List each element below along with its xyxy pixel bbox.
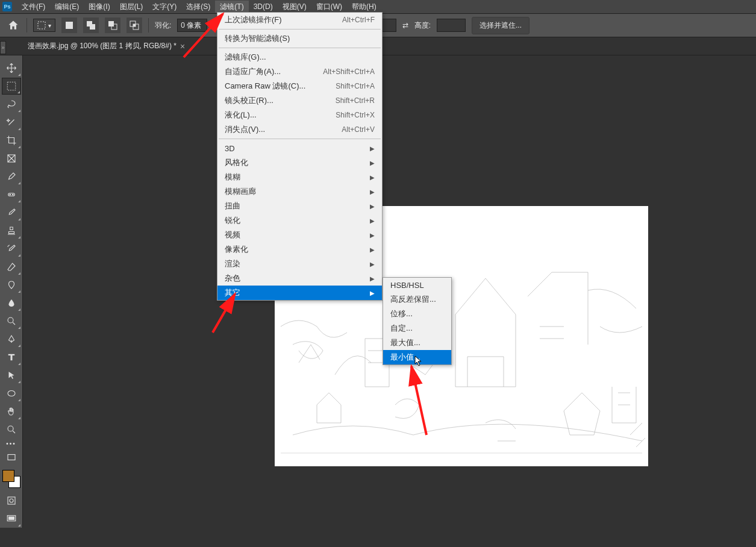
rect-tool-extra[interactable] xyxy=(2,449,21,466)
selection-add[interactable] xyxy=(83,17,99,33)
filter-menu-item[interactable]: 像素化▶ xyxy=(217,242,382,257)
path-select-tool[interactable] xyxy=(2,367,21,384)
svg-point-16 xyxy=(8,426,13,431)
height-input[interactable] xyxy=(437,19,466,32)
brush-tool[interactable] xyxy=(2,204,21,221)
filter-menu-item[interactable]: 渲染▶ xyxy=(217,257,382,271)
feather-label: 羽化: xyxy=(155,20,171,31)
history-brush-tool[interactable] xyxy=(2,240,21,257)
lasso-tool[interactable] xyxy=(2,96,21,113)
filter-menu-item[interactable]: 风格化▶ xyxy=(217,155,382,170)
eyedropper-tool[interactable] xyxy=(2,168,21,185)
filter-menu-item[interactable]: 镜头校正(R)...Shift+Ctrl+R xyxy=(217,93,382,108)
menu-view[interactable]: 视图(V) xyxy=(278,1,311,13)
filter-menu-item[interactable]: 模糊画廊▶ xyxy=(217,184,382,199)
type-tool[interactable] xyxy=(2,349,21,366)
filter-menu-item[interactable]: 上次滤镜操作(F)Alt+Ctrl+F xyxy=(217,13,382,27)
stamp-tool[interactable] xyxy=(2,222,21,239)
filter-menu-item[interactable]: Camera Raw 滤镜(C)...Shift+Ctrl+A xyxy=(217,79,382,93)
filter-menu-item[interactable]: 视频▶ xyxy=(217,228,382,242)
cursor-icon xyxy=(414,355,423,366)
menu-3d[interactable]: 3D(D) xyxy=(249,1,278,13)
hand-tool[interactable] xyxy=(2,403,21,420)
svg-rect-17 xyxy=(8,455,15,460)
toolbox-handle[interactable]: » xyxy=(0,41,6,54)
svg-rect-21 xyxy=(8,517,14,520)
svg-rect-1 xyxy=(66,22,73,29)
arrow-annotation-3 xyxy=(402,361,433,440)
app-icon: Ps xyxy=(2,2,12,11)
home-button[interactable] xyxy=(6,18,20,33)
marquee-tool[interactable] xyxy=(2,78,21,95)
selection-new[interactable] xyxy=(61,17,77,33)
filter-menu-item[interactable]: 锐化▶ xyxy=(217,213,382,228)
filter-menu-item[interactable]: 3D▶ xyxy=(217,141,382,155)
svg-point-14 xyxy=(8,317,13,323)
filter-menu-item[interactable]: 杂色▶ xyxy=(217,271,382,286)
screenmode-toggle[interactable] xyxy=(2,510,21,527)
quickmask-toggle[interactable] xyxy=(2,492,21,509)
frame-tool[interactable] xyxy=(2,150,21,167)
svg-rect-3 xyxy=(90,24,95,30)
blur-tool[interactable] xyxy=(2,295,21,311)
submenu-item[interactable]: 自定... xyxy=(383,321,451,336)
document-tab[interactable]: 漫画效果.jpg @ 100% (图层 1 拷贝, RGB/8#) * × xyxy=(23,40,190,53)
filter-menu-item[interactable]: 模糊▶ xyxy=(217,170,382,184)
svg-line-24 xyxy=(411,366,426,435)
svg-rect-8 xyxy=(133,24,136,27)
arrow-annotation-2 xyxy=(208,289,244,337)
fg-color[interactable] xyxy=(2,470,14,482)
submenu-item[interactable]: 高反差保留... xyxy=(383,292,451,307)
svg-line-22 xyxy=(184,14,223,57)
svg-point-12 xyxy=(10,194,11,195)
menu-window[interactable]: 窗口(W) xyxy=(311,1,347,13)
menu-image[interactable]: 图像(I) xyxy=(84,1,114,13)
menu-type[interactable]: 文字(Y) xyxy=(148,1,181,13)
crop-tool[interactable] xyxy=(2,132,21,149)
svg-rect-11 xyxy=(8,193,14,196)
other-submenu: HSB/HSL高反差保留...位移...自定...最大值...最小值... xyxy=(383,277,452,365)
separator xyxy=(27,18,27,33)
shape-tool[interactable] xyxy=(2,385,21,402)
height-label: 高度: xyxy=(414,20,431,31)
menu-edit[interactable]: 编辑(E) xyxy=(50,1,84,13)
filter-menu-item[interactable]: 自适应广角(A)...Alt+Shift+Ctrl+A xyxy=(217,64,382,79)
svg-line-23 xyxy=(213,294,235,333)
edit-toolbar[interactable]: ••• xyxy=(2,439,21,448)
svg-point-13 xyxy=(12,194,13,195)
toolbox: ••• xyxy=(0,55,23,528)
filter-menu-item[interactable]: 扭曲▶ xyxy=(217,199,382,213)
menu-help[interactable]: 帮助(H) xyxy=(347,1,381,13)
submenu-item[interactable]: 位移... xyxy=(383,307,451,321)
menu-bar: Ps 文件(F) 编辑(E) 图像(I) 图层(L) 文字(Y) 选择(S) 滤… xyxy=(0,0,756,13)
selection-intersect[interactable] xyxy=(127,17,142,33)
gradient-tool[interactable] xyxy=(2,277,21,293)
color-swatches[interactable] xyxy=(2,470,20,488)
svg-rect-0 xyxy=(38,22,45,29)
filter-menu: 上次滤镜操作(F)Alt+Ctrl+F转换为智能滤镜(S)滤镜库(G)...自适… xyxy=(217,12,383,301)
eraser-tool[interactable] xyxy=(2,258,21,275)
menu-layer[interactable]: 图层(L) xyxy=(115,1,148,13)
move-tool[interactable] xyxy=(2,60,21,77)
selection-subtract[interactable] xyxy=(105,17,120,33)
swap-icon[interactable]: ⇄ xyxy=(402,21,408,30)
menu-file[interactable]: 文件(F) xyxy=(17,1,50,13)
pen-tool[interactable] xyxy=(2,331,21,348)
svg-point-15 xyxy=(8,391,15,396)
magic-wand-tool[interactable] xyxy=(2,114,21,131)
healing-tool[interactable] xyxy=(2,186,21,203)
svg-rect-18 xyxy=(8,497,15,504)
submenu-item[interactable]: HSB/HSL xyxy=(383,278,451,292)
separator xyxy=(148,18,149,33)
submenu-item[interactable]: 最大值... xyxy=(383,336,451,350)
dodge-tool[interactable] xyxy=(2,313,21,330)
filter-menu-item[interactable]: 滤镜库(G)... xyxy=(217,50,382,64)
filter-menu-item[interactable]: 消失点(V)...Alt+Ctrl+V xyxy=(217,122,382,137)
zoom-tool[interactable] xyxy=(2,421,21,438)
svg-point-19 xyxy=(10,499,13,502)
filter-menu-item[interactable]: 转换为智能滤镜(S) xyxy=(217,31,382,46)
arrow-annotation-1 xyxy=(178,9,232,63)
select-and-mask-button[interactable]: 选择并遮住... xyxy=(472,17,530,34)
marquee-preset[interactable]: ▾ xyxy=(33,19,55,32)
filter-menu-item[interactable]: 液化(L)...Shift+Ctrl+X xyxy=(217,108,382,122)
